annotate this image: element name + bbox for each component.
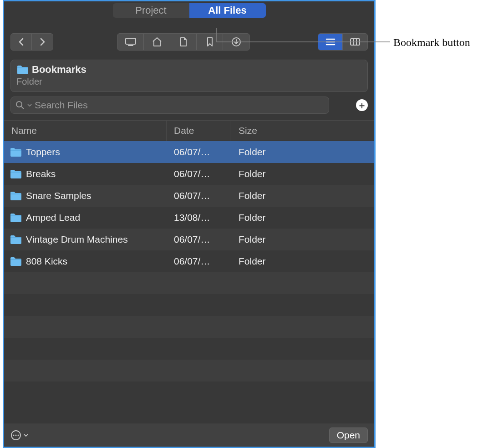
column-header-date[interactable]: Date — [167, 121, 230, 141]
row-date: 06/07/… — [167, 234, 230, 245]
row-size: Folder — [230, 168, 374, 179]
table-body: Toppers06/07/…FolderBreaks06/07/…FolderS… — [4, 141, 374, 382]
table-row[interactable]: Amped Lead13/08/…Folder — [4, 207, 374, 229]
folder-icon — [10, 147, 21, 157]
actions-menu-button[interactable] — [10, 430, 29, 441]
ellipsis-icon — [10, 430, 21, 441]
computer-button[interactable] — [117, 34, 144, 50]
svg-rect-0 — [126, 38, 136, 44]
row-size: Folder — [230, 256, 374, 267]
forward-icon — [39, 38, 46, 46]
add-button[interactable]: ＋ — [356, 99, 368, 111]
row-date: 06/07/… — [167, 190, 230, 201]
row-size: Folder — [230, 190, 374, 201]
row-name: Breaks — [26, 168, 56, 179]
path-title-row: Bookmarks — [16, 64, 362, 76]
path-title: Bookmarks — [32, 64, 86, 76]
browser-tabs: Project All Files — [4, 1, 374, 21]
home-icon — [152, 37, 163, 47]
row-date: 13/08/… — [167, 212, 230, 223]
file-browser-panel: Project All Files — [3, 0, 376, 448]
document-icon — [179, 37, 188, 47]
back-button[interactable] — [11, 34, 32, 50]
location-segment — [117, 33, 250, 51]
folder-icon — [10, 234, 21, 244]
nav-segment — [10, 33, 53, 51]
svg-point-6 — [15, 434, 17, 436]
empty-row — [4, 272, 374, 294]
list-view-button[interactable] — [318, 34, 343, 50]
empty-row — [4, 316, 374, 338]
row-name: Amped Lead — [26, 212, 80, 223]
downloads-button[interactable] — [223, 34, 249, 50]
bookmark-button[interactable] — [197, 34, 223, 50]
list-view-icon — [325, 38, 336, 46]
path-subtitle: Folder — [16, 76, 362, 87]
plus-icon: ＋ — [357, 99, 366, 112]
svg-point-3 — [16, 102, 22, 107]
projects-button[interactable] — [170, 34, 197, 50]
folder-icon — [10, 213, 21, 223]
table-row[interactable]: Breaks06/07/…Folder — [4, 163, 374, 185]
row-date: 06/07/… — [167, 168, 230, 179]
table-header: Name Date Size — [4, 120, 374, 141]
folder-icon — [10, 256, 21, 266]
row-size: Folder — [230, 212, 374, 223]
tab-project[interactable]: Project — [113, 3, 189, 18]
tab-all-files[interactable]: All Files — [189, 3, 266, 18]
table-row[interactable]: Vintage Drum Machines06/07/…Folder — [4, 229, 374, 250]
svg-point-5 — [13, 434, 15, 436]
search-icon — [15, 101, 25, 110]
back-icon — [18, 38, 25, 46]
footer: Open — [4, 423, 374, 447]
svg-point-7 — [18, 434, 19, 436]
table-row[interactable]: Toppers06/07/…Folder — [4, 141, 374, 163]
empty-row — [4, 360, 374, 382]
empty-row — [4, 338, 374, 360]
path-card: Bookmarks Folder — [10, 60, 368, 92]
row-name: Snare Samples — [26, 190, 91, 201]
folder-icon — [16, 65, 28, 75]
folder-icon — [10, 169, 21, 179]
search-placeholder: Search Files — [35, 100, 88, 111]
columns-view-button[interactable] — [343, 34, 367, 50]
column-header-size[interactable]: Size — [230, 121, 374, 141]
empty-row — [4, 294, 374, 316]
folder-icon — [10, 191, 21, 201]
svg-rect-2 — [351, 39, 360, 45]
table-row[interactable]: Snare Samples06/07/…Folder — [4, 185, 374, 207]
columns-view-icon — [350, 38, 361, 46]
row-name: 808 Kicks — [26, 256, 67, 267]
toolbar — [4, 21, 374, 60]
row-size: Folder — [230, 234, 374, 245]
chevron-down-icon — [23, 433, 29, 438]
row-name: Toppers — [26, 147, 60, 158]
open-button[interactable]: Open — [329, 428, 368, 443]
chevron-down-icon — [27, 103, 32, 107]
search-row: Search Files ＋ — [10, 97, 368, 114]
forward-button[interactable] — [32, 34, 53, 50]
bookmark-icon — [206, 37, 213, 47]
download-icon — [231, 37, 242, 47]
computer-icon — [125, 37, 137, 46]
row-date: 06/07/… — [167, 256, 230, 267]
row-name: Vintage Drum Machines — [26, 234, 128, 245]
callout-label: Bookmark button — [393, 36, 470, 49]
table-row[interactable]: 808 Kicks06/07/…Folder — [4, 250, 374, 272]
column-header-name[interactable]: Name — [4, 121, 167, 141]
view-segment — [318, 33, 368, 51]
row-date: 06/07/… — [167, 147, 230, 158]
row-size: Folder — [230, 147, 374, 158]
search-input[interactable]: Search Files — [10, 97, 329, 114]
home-button[interactable] — [144, 34, 170, 50]
